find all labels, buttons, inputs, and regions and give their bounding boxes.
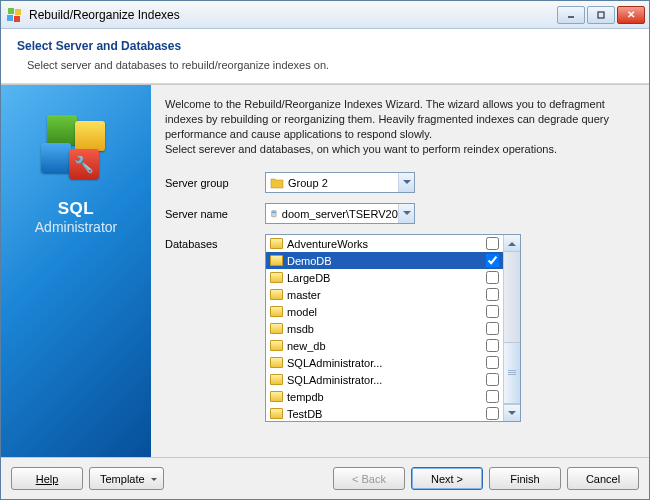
server-group-value: Group 2: [288, 177, 328, 189]
server-icon: [270, 207, 278, 221]
database-name: model: [287, 306, 480, 318]
help-button[interactable]: Help: [11, 467, 83, 490]
database-checkbox[interactable]: [486, 288, 499, 301]
scroll-down-button[interactable]: [504, 404, 520, 421]
database-row[interactable]: SQLAdministrator...: [266, 371, 503, 388]
back-button[interactable]: < Back: [333, 467, 405, 490]
close-button[interactable]: ✕: [617, 6, 645, 24]
app-icon: [7, 7, 23, 23]
database-icon: [270, 340, 283, 351]
server-group-combo[interactable]: Group 2: [265, 172, 415, 193]
wizard-window: Rebuild/Reorganize Indexes ✕ Select Serv…: [0, 0, 650, 500]
database-checkbox[interactable]: [486, 271, 499, 284]
svg-rect-0: [8, 8, 14, 14]
intro-line1: Welcome to the Rebuild/Reorganize Indexe…: [165, 98, 609, 140]
next-button[interactable]: Next >: [411, 467, 483, 490]
database-icon: [270, 272, 283, 283]
server-name-label: Server name: [165, 208, 265, 220]
database-name: tempdb: [287, 391, 480, 403]
database-icon: [270, 357, 283, 368]
brand-line2: Administrator: [35, 219, 117, 235]
wizard-header: Select Server and Databases Select serve…: [1, 29, 649, 84]
database-icon: [270, 255, 283, 266]
database-row[interactable]: SQLAdministrator...: [266, 354, 503, 371]
brand-line1: SQL: [58, 199, 94, 219]
database-list: AdventureWorksDemoDBLargeDBmastermodelms…: [265, 234, 521, 422]
database-checkbox[interactable]: [486, 390, 499, 403]
wizard-footer: Help Template < Back Next > Finish Cance…: [1, 457, 649, 499]
page-title: Select Server and Databases: [17, 39, 633, 53]
svg-rect-5: [598, 12, 604, 18]
window-title: Rebuild/Reorganize Indexes: [29, 8, 557, 22]
database-checkbox[interactable]: [486, 305, 499, 318]
svg-rect-7: [272, 211, 275, 213]
server-name-combo[interactable]: doom_server\TSERV2005: [265, 203, 415, 224]
wizard-main: Welcome to the Rebuild/Reorganize Indexe…: [151, 85, 649, 457]
svg-rect-2: [7, 15, 13, 21]
database-icon: [270, 238, 283, 249]
finish-button[interactable]: Finish: [489, 467, 561, 490]
database-row[interactable]: master: [266, 286, 503, 303]
database-icon: [270, 408, 283, 419]
database-name: TestDB: [287, 408, 480, 420]
folder-icon: [270, 176, 284, 190]
database-checkbox[interactable]: [486, 407, 499, 420]
database-checkbox[interactable]: [486, 322, 499, 335]
server-group-label: Server group: [165, 177, 265, 189]
page-subtitle: Select server and databases to rebuild/r…: [27, 59, 633, 71]
database-row[interactable]: msdb: [266, 320, 503, 337]
database-row[interactable]: model: [266, 303, 503, 320]
brand-logo-icon: 🔧: [41, 115, 111, 185]
database-name: SQLAdministrator...: [287, 357, 480, 369]
database-name: msdb: [287, 323, 480, 335]
titlebar[interactable]: Rebuild/Reorganize Indexes ✕: [1, 1, 649, 29]
scroll-up-button[interactable]: [504, 235, 520, 252]
database-name: DemoDB: [287, 255, 480, 267]
database-name: SQLAdministrator...: [287, 374, 480, 386]
scroll-thumb[interactable]: [504, 342, 520, 404]
template-button[interactable]: Template: [89, 467, 164, 490]
database-checkbox[interactable]: [486, 237, 499, 250]
database-icon: [270, 374, 283, 385]
database-icon: [270, 323, 283, 334]
minimize-button[interactable]: [557, 6, 585, 24]
chevron-down-icon: [398, 173, 414, 192]
database-name: new_db: [287, 340, 480, 352]
server-name-value: doom_server\TSERV2005: [282, 208, 410, 220]
cancel-button[interactable]: Cancel: [567, 467, 639, 490]
database-row[interactable]: DemoDB: [266, 252, 503, 269]
database-row[interactable]: TestDB: [266, 405, 503, 421]
chevron-down-icon: [398, 204, 414, 223]
database-icon: [270, 289, 283, 300]
database-icon: [270, 306, 283, 317]
databases-label: Databases: [165, 234, 265, 250]
database-name: master: [287, 289, 480, 301]
wizard-sidebar: 🔧 SQL Administrator: [1, 85, 151, 457]
database-row[interactable]: LargeDB: [266, 269, 503, 286]
database-name: AdventureWorks: [287, 238, 480, 250]
database-icon: [270, 391, 283, 402]
database-checkbox[interactable]: [486, 339, 499, 352]
database-row[interactable]: tempdb: [266, 388, 503, 405]
database-checkbox[interactable]: [486, 356, 499, 369]
intro-line2: Select serever and databases, on which y…: [165, 143, 557, 155]
intro-text: Welcome to the Rebuild/Reorganize Indexe…: [165, 97, 635, 156]
scrollbar[interactable]: [503, 235, 520, 421]
database-checkbox[interactable]: [486, 373, 499, 386]
maximize-button[interactable]: [587, 6, 615, 24]
database-row[interactable]: AdventureWorks: [266, 235, 503, 252]
svg-rect-3: [14, 16, 20, 22]
svg-rect-1: [15, 9, 21, 15]
database-name: LargeDB: [287, 272, 480, 284]
database-row[interactable]: new_db: [266, 337, 503, 354]
database-checkbox[interactable]: [486, 254, 499, 267]
